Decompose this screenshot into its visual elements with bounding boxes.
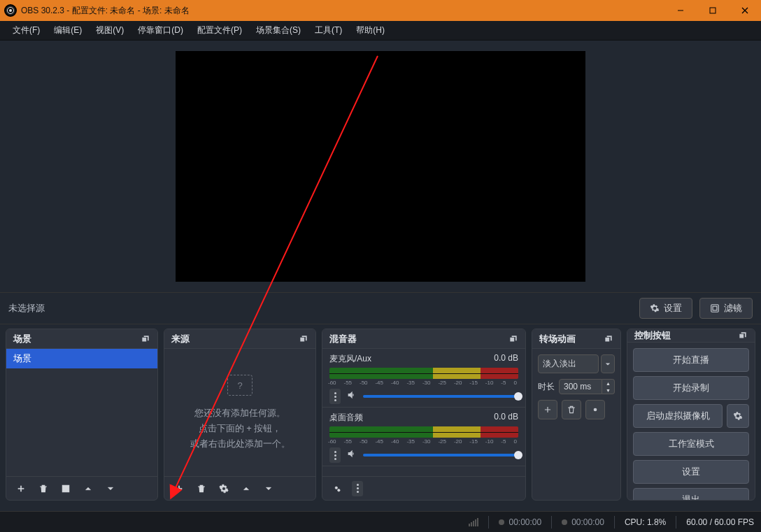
vu-meter: [329, 368, 518, 379]
svg-rect-6: [711, 305, 719, 312]
transition-properties-button[interactable]: [585, 400, 605, 419]
svg-point-1: [9, 9, 12, 12]
scenes-title: 场景: [13, 333, 31, 345]
move-source-up-button[interactable]: [237, 480, 255, 498]
maximize-button[interactable]: [697, 0, 729, 21]
settings-label: 设置: [664, 302, 682, 315]
sources-list[interactable]: ? 您还没有添加任何源。 点击下面的 + 按钮， 或者右击此处添加一个。: [164, 349, 315, 476]
move-scene-down-button[interactable]: [101, 480, 120, 498]
controls-dock: 控制按钮 开始直播 开始录制 启动虚拟摄像机 工作室模式 设置 退出: [627, 329, 755, 501]
popout-icon[interactable]: [508, 334, 518, 344]
duration-down-button[interactable]: ▼: [602, 387, 614, 394]
meter-scale: -60-55-50-45-40-35-30-25-20-15-10-50: [329, 380, 518, 386]
empty-sources-line1: 您还没有添加任何源。: [194, 407, 285, 419]
empty-sources-line3: 或者右击此处添加一个。: [190, 438, 290, 450]
menubar: 文件(F)编辑(E)视图(V)停靠窗口(D)配置文件(P)场景集合(S)工具(T…: [0, 21, 761, 41]
start-stream-button[interactable]: 开始直播: [633, 348, 749, 372]
add-source-button[interactable]: [170, 480, 188, 498]
network-icon: [469, 518, 478, 526]
mixer-dock: 混音器 麦克风/Aux0.0 dB-60-55-50-45-40-35-30-2…: [322, 329, 526, 501]
menu-帮助[interactable]: 帮助(H): [349, 22, 392, 39]
mixer-title: 混音器: [329, 333, 357, 345]
meter-scale: -60-55-50-45-40-35-30-25-20-15-10-50: [329, 438, 518, 445]
svg-rect-9: [64, 487, 68, 490]
exit-button[interactable]: 退出: [633, 488, 749, 501]
menu-编辑[interactable]: 编辑(E): [47, 22, 89, 39]
start-record-button[interactable]: 开始录制: [633, 376, 749, 400]
mute-icon[interactable]: [346, 389, 357, 403]
menu-视图[interactable]: 视图(V): [89, 22, 131, 39]
scenes-dock: 场景 场景: [6, 329, 158, 501]
svg-point-11: [338, 489, 341, 491]
popout-icon[interactable]: [604, 334, 613, 344]
settings-button[interactable]: 设置: [633, 460, 749, 484]
transitions-dock: 转场动画 淡入淡出 时长 ▲ ▼: [532, 329, 621, 501]
svg-rect-7: [713, 306, 717, 310]
mute-icon[interactable]: [346, 448, 357, 462]
docks-row: 场景 场景 来源 ? 您还没有添加任何源。 点击下面的 + 按钮， 或者右击此处…: [0, 324, 761, 505]
scene-item[interactable]: 场景: [6, 349, 157, 368]
titlebar: OBS 30.2.3 - 配置文件: 未命名 - 场景: 未命名: [0, 0, 761, 21]
image-placeholder-icon: ?: [227, 375, 253, 396]
channel-db: 0.0 dB: [494, 353, 518, 365]
transition-dropdown-button[interactable]: [601, 354, 615, 373]
cpu-stat: CPU: 1.8%: [625, 517, 666, 527]
start-virtualcam-button[interactable]: 启动虚拟摄像机: [633, 404, 723, 428]
menu-文件[interactable]: 文件(F): [6, 22, 47, 39]
volume-slider[interactable]: [363, 395, 518, 398]
stream-time-stat: 00:00:00: [499, 517, 541, 527]
duration-up-button[interactable]: ▲: [602, 380, 614, 387]
move-scene-up-button[interactable]: [79, 480, 97, 498]
studio-mode-button[interactable]: 工作室模式: [633, 432, 749, 456]
svg-point-10: [335, 487, 338, 489]
menu-场景集合[interactable]: 场景集合(S): [249, 22, 308, 39]
vu-meter: [329, 426, 518, 438]
popout-icon[interactable]: [141, 334, 150, 344]
source-toolbar: 未选择源 设置 滤镜: [0, 292, 761, 324]
mixer-channel: 麦克风/Aux0.0 dB-60-55-50-45-40-35-30-25-20…: [322, 349, 525, 408]
menu-工具[interactable]: 工具(T): [308, 22, 349, 39]
preview-area: [0, 41, 761, 292]
app-logo-icon: [4, 4, 17, 17]
no-source-selected-label: 未选择源: [8, 302, 45, 315]
popout-icon[interactable]: [738, 331, 748, 340]
channel-menu-button[interactable]: [329, 447, 341, 463]
controls-title: 控制按钮: [634, 329, 671, 342]
mixer-channel: 桌面音频0.0 dB-60-55-50-45-40-35-30-25-20-15…: [322, 408, 525, 466]
remove-scene-button[interactable]: [34, 480, 52, 498]
channel-name: 桌面音频: [329, 412, 363, 424]
volume-slider[interactable]: [363, 454, 518, 456]
add-transition-button[interactable]: [538, 400, 557, 419]
minimize-button[interactable]: [664, 0, 697, 21]
menu-停靠窗口[interactable]: 停靠窗口(D): [131, 22, 190, 39]
window-title: OBS 30.2.3 - 配置文件: 未命名 - 场景: 未命名: [21, 5, 190, 17]
sources-title: 来源: [171, 333, 190, 345]
mixer-advanced-button[interactable]: [328, 480, 346, 498]
transitions-title: 转场动画: [539, 333, 576, 345]
empty-sources-line2: 点击下面的 + 按钮，: [199, 422, 282, 435]
source-filters-button[interactable]: 滤镜: [699, 298, 753, 319]
fps-stat: 60.00 / 60.00 FPS: [686, 517, 754, 527]
transition-select[interactable]: 淡入淡出: [538, 354, 599, 373]
duration-input[interactable]: [559, 379, 602, 394]
filter-label: 滤镜: [724, 302, 742, 315]
source-properties-button[interactable]: 设置: [639, 298, 692, 319]
channel-name: 麦克风/Aux: [329, 353, 371, 365]
scene-filters-button[interactable]: [57, 480, 75, 498]
move-source-down-button[interactable]: [259, 480, 278, 498]
channel-db: 0.0 dB: [494, 412, 518, 424]
close-button[interactable]: [729, 0, 761, 21]
popout-icon[interactable]: [299, 334, 308, 344]
sources-dock: 来源 ? 您还没有添加任何源。 点击下面的 + 按钮， 或者右击此处添加一个。: [164, 329, 316, 501]
duration-label: 时长: [538, 381, 555, 393]
mixer-menu-button[interactable]: [352, 481, 363, 496]
menu-配置文件[interactable]: 配置文件(P): [190, 22, 249, 39]
preview-canvas[interactable]: [176, 51, 585, 282]
channel-menu-button[interactable]: [329, 389, 341, 404]
virtualcam-settings-button[interactable]: [727, 404, 749, 428]
source-settings-button[interactable]: [215, 480, 233, 498]
remove-transition-button[interactable]: [562, 400, 581, 419]
remove-source-button[interactable]: [192, 480, 211, 498]
add-scene-button[interactable]: [12, 480, 30, 498]
record-time-stat: 00:00:00: [562, 517, 604, 527]
